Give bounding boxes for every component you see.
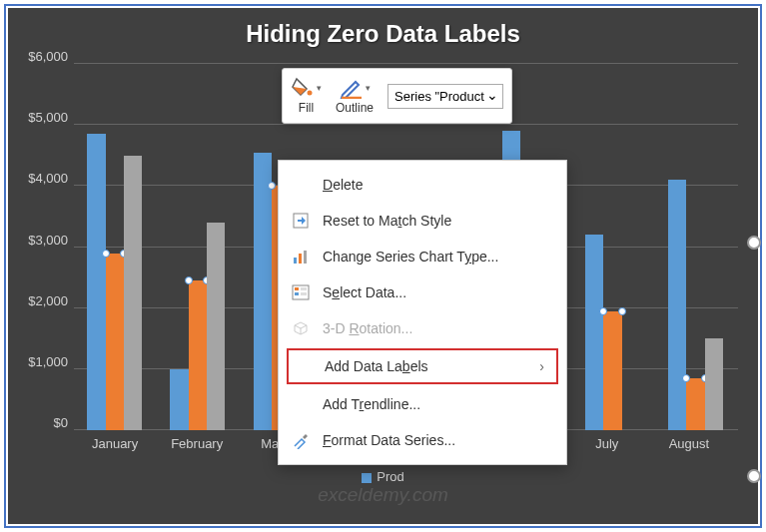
chart-title: Hiding Zero Data Labels: [8, 8, 758, 52]
x-tick: January: [92, 436, 138, 451]
menu-select-data[interactable]: Select Data...: [279, 274, 566, 310]
selection-handle: [185, 276, 193, 284]
bar[interactable]: [254, 153, 272, 430]
menu-change-type[interactable]: Change Series Chart Type...: [279, 239, 566, 274]
menu-add-data-labels[interactable]: Add Data Labels›: [289, 350, 556, 382]
bar[interactable]: [124, 156, 142, 430]
legend: Prod: [8, 469, 758, 484]
bar[interactable]: [603, 311, 621, 430]
bar[interactable]: [207, 223, 225, 430]
resize-handle[interactable]: [747, 236, 761, 250]
outline-button[interactable]: ▾ Outline: [336, 77, 374, 115]
x-tick: February: [171, 436, 223, 451]
chevron-right-icon: ›: [539, 358, 544, 374]
svg-rect-4: [299, 254, 302, 264]
svg-rect-3: [294, 258, 297, 264]
bar[interactable]: [585, 235, 603, 430]
series-selector[interactable]: Series "Product: [387, 84, 503, 109]
selection-handle: [618, 307, 626, 315]
bar[interactable]: [87, 134, 105, 430]
bar[interactable]: [686, 378, 704, 430]
svg-point-0: [308, 91, 313, 96]
context-menu: Delete Reset to Match Style Change Serie…: [278, 160, 567, 465]
svg-rect-9: [301, 287, 307, 290]
bar[interactable]: [705, 338, 723, 430]
menu-format-series[interactable]: Format Data Series...: [279, 422, 566, 458]
bar[interactable]: [170, 369, 188, 430]
svg-rect-5: [304, 251, 307, 264]
menu-3d-rotation: 3-D Rotation...: [279, 310, 566, 346]
highlight-box: Add Data Labels›: [287, 348, 558, 384]
menu-reset[interactable]: Reset to Match Style: [279, 203, 566, 239]
svg-rect-10: [301, 292, 307, 295]
selection-handle: [682, 374, 690, 382]
mini-toolbar: ▾ Fill ▾ Outline Series "Product: [282, 68, 512, 124]
bar[interactable]: [189, 280, 207, 430]
selection-handle: [599, 307, 607, 315]
menu-delete[interactable]: Delete: [279, 167, 566, 203]
x-tick: July: [595, 436, 618, 451]
selection-handle: [268, 182, 276, 190]
bar[interactable]: [668, 180, 686, 430]
resize-handle[interactable]: [747, 469, 761, 483]
fill-button[interactable]: ▾ Fill: [291, 77, 322, 115]
watermark: exceldemy.com: [318, 484, 448, 506]
menu-add-trendline[interactable]: Add Trendline...: [279, 386, 566, 422]
svg-rect-8: [295, 292, 299, 295]
x-tick: August: [669, 436, 709, 451]
y-axis: $0 $1,000 $2,000 $3,000 $4,000 $5,000 $6…: [22, 64, 74, 430]
svg-rect-7: [295, 287, 299, 290]
bar[interactable]: [106, 254, 124, 430]
selection-handle: [102, 250, 110, 258]
